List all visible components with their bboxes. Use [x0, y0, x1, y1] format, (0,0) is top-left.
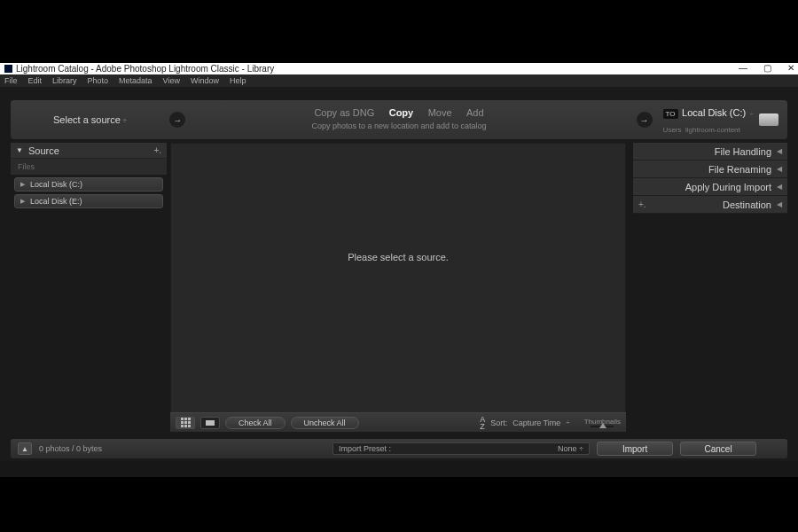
app-icon — [4, 65, 12, 73]
window-minimize-button[interactable]: — — [739, 63, 747, 73]
import-preset-label: Import Preset : — [339, 444, 391, 453]
menu-view[interactable]: View — [163, 76, 180, 85]
loupe-view-button[interactable] — [200, 417, 220, 429]
import-footer: ▲ 0 photos / 0 bytes Import Preset : Non… — [11, 439, 787, 458]
mode-copy[interactable]: Copy — [389, 107, 414, 118]
grid-icon — [181, 418, 191, 427]
sort-dropdown[interactable]: Capture Time — [512, 419, 560, 427]
source-panel-header[interactable]: ▼ Source +. — [11, 143, 167, 159]
menu-metadata[interactable]: Metadata — [119, 76, 153, 85]
menu-file[interactable]: File — [4, 76, 18, 85]
destination-caret-icon: ÷ — [750, 110, 754, 118]
window-title: Lightroom Catalog - Adobe Photoshop Ligh… — [16, 64, 274, 74]
destination-arrow-icon: → — [637, 112, 653, 128]
menu-library[interactable]: Library — [52, 76, 77, 85]
chevron-left-icon: ◀ — [777, 147, 782, 155]
filmstrip — [0, 461, 798, 477]
import-header: Select a source → Copy as DNG Copy Move … — [11, 100, 787, 139]
import-status: 0 photos / 0 bytes — [39, 444, 102, 453]
mode-move[interactable]: Move — [428, 107, 452, 118]
preview-area: Please select a source. — [170, 143, 626, 430]
check-all-button[interactable]: Check All — [225, 417, 286, 429]
window-close-button[interactable]: ✕ — [787, 63, 794, 73]
source-arrow-icon: → — [169, 112, 185, 128]
panel-destination-label: Destination — [723, 200, 771, 210]
menu-photo[interactable]: Photo — [88, 76, 109, 85]
mode-copy-as-dng[interactable]: Copy as DNG — [314, 107, 374, 118]
panel-file-handling[interactable]: File Handling ◀ — [633, 143, 787, 160]
menu-bar: File Edit Library Photo Metadata View Wi… — [0, 74, 798, 87]
destination-add-icon[interactable]: +. — [638, 200, 646, 209]
window-maximize-button[interactable]: ▢ — [763, 63, 771, 73]
panel-apply-during-import-label: Apply During Import — [685, 182, 771, 192]
source-files-label: Files — [11, 159, 167, 175]
panel-apply-during-import[interactable]: Apply During Import ◀ — [633, 178, 787, 196]
collapse-button[interactable]: ▲ — [18, 442, 32, 455]
source-panel-title: Source — [28, 145, 59, 156]
mode-add[interactable]: Add — [466, 107, 484, 118]
source-add-icon[interactable]: +. — [153, 145, 161, 155]
panel-destination[interactable]: +. Destination ◀ — [633, 196, 787, 214]
grid-view-button[interactable] — [176, 417, 195, 429]
panel-file-handling-label: File Handling — [715, 146, 771, 157]
cancel-button[interactable]: Cancel — [680, 442, 756, 456]
chevron-left-icon: ◀ — [777, 183, 782, 191]
menu-edit[interactable]: Edit — [28, 76, 43, 85]
import-preset-value: None ÷ — [558, 444, 583, 453]
chevron-left-icon: ◀ — [777, 200, 782, 208]
to-badge: TO — [663, 109, 678, 119]
drive-item-e[interactable]: Local Disk (E:) — [14, 194, 163, 208]
sort-caret-icon: ÷ — [566, 419, 569, 426]
right-panel-group: File Handling ◀ File Renaming ◀ Apply Du… — [633, 143, 787, 214]
preview-empty-message: Please select a source. — [171, 252, 625, 262]
window-titlebar: Lightroom Catalog - Adobe Photoshop Ligh… — [0, 63, 798, 74]
destination-path-users: Users — [663, 126, 682, 134]
import-button[interactable]: Import — [597, 442, 673, 456]
source-panel: ▼ Source +. Files Local Disk (C:) Local … — [11, 143, 167, 211]
destination-block[interactable]: TO Local Disk (C:) ÷ Users lightroom-con… — [663, 104, 778, 136]
chevron-left-icon: ◀ — [777, 165, 782, 173]
disk-icon — [759, 113, 778, 126]
loupe-icon — [206, 420, 215, 426]
chevron-down-icon: ▼ — [16, 146, 23, 154]
uncheck-all-button[interactable]: Uncheck All — [291, 417, 359, 429]
preview-toolbar: Check All Uncheck All AZ Sort: Capture T… — [170, 412, 626, 432]
destination-path-folder: lightroom-content — [685, 126, 740, 134]
panel-file-renaming[interactable]: File Renaming ◀ — [633, 160, 787, 178]
import-preset-dropdown[interactable]: Import Preset : None ÷ — [332, 442, 590, 455]
thumbnail-size-slider[interactable] — [591, 426, 614, 427]
sort-label: Sort: — [490, 419, 507, 427]
drive-item-c[interactable]: Local Disk (C:) — [14, 177, 163, 192]
panel-file-renaming-label: File Renaming — [708, 164, 771, 175]
menu-window[interactable]: Window — [191, 76, 219, 85]
destination-label: Local Disk (C:) — [682, 107, 746, 118]
sort-az-icon[interactable]: AZ — [480, 416, 485, 430]
menu-help[interactable]: Help — [230, 76, 246, 85]
source-select-label[interactable]: Select a source — [53, 114, 127, 125]
